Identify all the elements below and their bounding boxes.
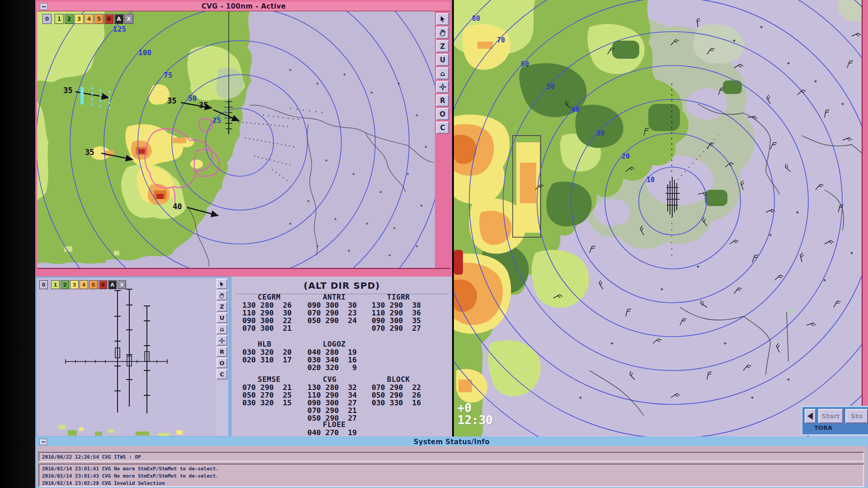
list-item: 020 310 17: [242, 356, 306, 364]
storm-speed-label: 35: [199, 101, 208, 110]
scale-button-x[interactable]: X: [124, 14, 133, 24]
status-window-title: System Status/Info: [414, 438, 490, 446]
scale-button-1[interactable]: 1: [55, 14, 64, 24]
overlay-button[interactable]: O: [436, 108, 449, 120]
window-menu-button[interactable]: [40, 3, 48, 10]
home-view-button[interactable]: ⌂: [217, 324, 227, 334]
cvg-color-scale: 0 1 2 3 4 5 6 A X: [42, 14, 134, 24]
monitor-bezel: [0, 0, 35, 488]
wind-data-panel: (ALT DIR SPD) CEGRM 130 280 26110 290 30…: [230, 277, 452, 437]
list-item: 090 300 27: [307, 399, 371, 407]
scale-button-all[interactable]: A: [108, 280, 117, 289]
scale-button-x[interactable]: X: [118, 280, 126, 289]
pan-button[interactable]: [436, 81, 449, 93]
scale-button-4[interactable]: 4: [80, 280, 88, 289]
pan-button[interactable]: [217, 335, 227, 346]
status-primary-line: 2016/06/22 12:26:54 CVG ITWS : OP: [42, 454, 860, 461]
wind-group-block: BLOCK 070 290 22050 290 26030 330 16: [372, 375, 435, 407]
zoom-button[interactable]: Z: [436, 40, 449, 52]
step-back-button[interactable]: [805, 409, 816, 423]
storm-speed-label: 35: [167, 96, 176, 105]
wind-panel-title: (ALT DIR SPD): [231, 280, 452, 291]
home-view-button[interactable]: ⌂: [436, 67, 449, 80]
wind-rows: 070 290 21050 270 25030 320 15: [242, 384, 306, 407]
range-label-80: 80: [472, 14, 480, 23]
hand-tool-button[interactable]: [217, 290, 227, 300]
right-window-frame: [862, 0, 868, 412]
scale-button-5[interactable]: 5: [94, 14, 104, 24]
list-item: 030 320 20: [242, 348, 306, 356]
status-titlebar[interactable]: System Status/Info: [37, 438, 867, 446]
wind-profile-map[interactable]: 0 1 2 3 4 5 6 A X: [37, 278, 216, 436]
range-label-25: 25: [212, 116, 221, 125]
wind-profile-graphics: [37, 278, 216, 436]
status-log-box[interactable]: 2016/02/14 23:01:41 CVG No more StmExP/S…: [38, 464, 864, 487]
scale-button-0[interactable]: 0: [42, 14, 52, 24]
storm-speed-label: 35: [63, 86, 72, 95]
undo-zoom-button[interactable]: U: [217, 313, 227, 323]
zoom-radar-display[interactable]: 80 70 60 50 40 30 20 10 +0 12:30: [454, 0, 868, 436]
scale-button-5[interactable]: 5: [89, 280, 98, 289]
fix-name: SEMSE: [258, 375, 306, 384]
profile-color-scale: 0 1 2 3 4 5 6 A X: [39, 280, 127, 289]
itws-workstation-screen: CVG - 100nm - Active: [0, 0, 868, 488]
wind-group-logoz: LOGOZ 040 280 19030 340 16020 320 9: [307, 340, 371, 371]
fix-name: TIGRR: [387, 293, 435, 301]
range-label-30: 30: [596, 129, 604, 137]
list-item: 110 290 36: [372, 309, 435, 317]
list-item: 020 320 9: [307, 364, 371, 371]
scale-button-0[interactable]: 0: [39, 280, 48, 289]
scale-button-6[interactable]: 6: [104, 14, 113, 24]
scale-button-3[interactable]: 3: [70, 280, 79, 289]
wind-group-antri: ANTRI 090 300 30070 290 23050 290 24: [307, 293, 371, 324]
pointer-tool-button[interactable]: [217, 279, 227, 289]
undo-zoom-button[interactable]: U: [436, 54, 449, 66]
list-item: 090 300 30: [307, 301, 371, 309]
range-label-75: 75: [164, 71, 172, 80]
scale-button-6[interactable]: 6: [99, 280, 107, 289]
scale-button-3[interactable]: 3: [75, 14, 84, 24]
status-primary-box: 2016/06/22 12:26:54 CVG ITWS : OP: [38, 452, 864, 462]
fix-name: CEGRM: [258, 293, 306, 301]
list-item: 050 290 24: [307, 317, 371, 324]
loop-stop-button[interactable]: Sto: [845, 409, 868, 423]
scale-button-all[interactable]: A: [114, 14, 123, 24]
loop-start-button[interactable]: Start: [818, 409, 843, 423]
list-item: 070 290 23: [307, 309, 371, 317]
scale-button-1[interactable]: 1: [51, 280, 60, 289]
list-item: 2016/02/14 23:02:28 CVG Invalid Selectio…: [42, 480, 860, 487]
list-item: 030 340 16: [307, 356, 371, 364]
cvg-radar-window: CVG - 100nm - Active: [35, 0, 452, 277]
status-log-lines: 2016/02/14 23:01:41 CVG No more StmExP/S…: [42, 465, 860, 487]
list-item: 110 290 34: [307, 391, 371, 399]
scale-button-4[interactable]: 4: [85, 14, 94, 24]
cvg-toolbar: Z U ⌂ R O C: [435, 11, 450, 268]
scale-button-2[interactable]: 2: [61, 280, 69, 289]
range-label-40: 40: [571, 106, 580, 114]
scale-button-2[interactable]: 2: [65, 14, 74, 24]
wind-group-cvg: CVG 130 280 32110 290 34090 300 27070 29…: [307, 375, 371, 422]
wind-group-floee: FLOEE 040 270 19030 330 13: [307, 420, 371, 437]
zoom-button[interactable]: Z: [217, 301, 227, 312]
recenter-button[interactable]: R: [217, 347, 227, 357]
cvg-map[interactable]: 0 1 2 3 4 5 6 A X 125 100 75 50 25 35: [37, 11, 435, 268]
clear-button[interactable]: C: [217, 369, 227, 380]
window-menu-button[interactable]: [39, 439, 47, 445]
cvg-titlebar[interactable]: CVG - 100nm - Active: [37, 2, 450, 11]
overlay-button[interactable]: O: [217, 358, 227, 368]
list-item: 2016/02/14 23:01:41 CVG No more StmExP/S…: [42, 465, 860, 473]
hand-tool-button[interactable]: [436, 27, 449, 39]
storm-speed-label: 40: [173, 202, 182, 211]
wind-rows: 040 280 19030 340 16020 320 9: [307, 348, 371, 371]
list-item: 130 290 38: [372, 301, 435, 309]
wind-rows: 030 320 20020 310 17: [242, 348, 306, 364]
partial-fix-label: TORA: [802, 424, 868, 432]
list-item: 050 270 25: [242, 391, 306, 399]
list-item: 090 300 22: [242, 317, 306, 324]
loop-control-bar: Start Sto TORA: [801, 406, 868, 436]
pointer-tool-button[interactable]: [436, 13, 449, 25]
clear-button[interactable]: C: [436, 122, 449, 134]
list-item: 040 270 19: [307, 429, 371, 436]
recenter-button[interactable]: R: [436, 94, 449, 107]
list-item: 070 290 21: [307, 407, 371, 414]
